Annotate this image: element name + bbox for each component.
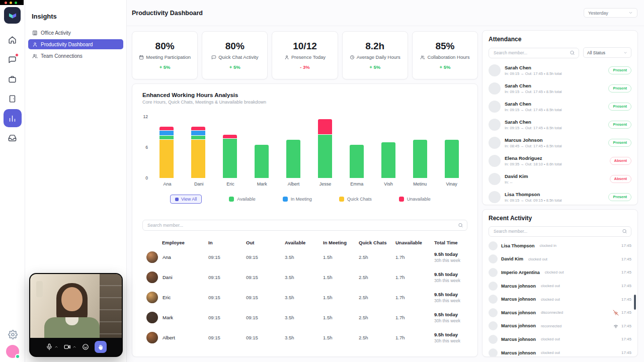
user-avatar[interactable] xyxy=(6,345,19,358)
activity-row[interactable]: Marcus johnsonreconnected17:45 xyxy=(489,319,631,333)
rail-item-inbox[interactable] xyxy=(4,129,22,147)
kpi-delta: + 5% xyxy=(439,64,450,70)
chart-bar-albert xyxy=(286,140,300,178)
camera-button[interactable] xyxy=(64,343,76,350)
activity-row[interactable]: Imperio Argentinaclocked out17:45 xyxy=(489,266,631,280)
period-select[interactable]: Yesterday xyxy=(584,8,637,18)
attendance-row[interactable]: Sarah ChenIn: 09:15 → Out: 17:45 • 8.5h … xyxy=(489,79,631,98)
total-week: 30h this week xyxy=(434,278,467,283)
chart-bar-group xyxy=(341,145,372,178)
attendance-row[interactable]: Marcus JohnsonIn: 08:45 → Out: 17:45 • 8… xyxy=(489,134,631,152)
member-hours-detail: In: 09:15 → Out: 17:45 • 8.5h total xyxy=(505,108,604,112)
kpi-label: Collaboration Hours xyxy=(420,54,469,60)
member-avatar xyxy=(489,191,501,203)
activity-action: clocked out xyxy=(528,257,547,261)
attendance-search-input[interactable] xyxy=(489,48,579,58)
activity-search-input[interactable] xyxy=(489,226,631,237)
content-header: Productivity Dashboard Yesterday xyxy=(127,0,644,26)
activity-action: clocked out xyxy=(541,284,560,288)
attendance-row[interactable]: Lisa ThompsonIn: 09:15 → Out: 09:15 • 8.… xyxy=(489,188,631,206)
close-window-dot[interactable] xyxy=(5,2,7,4)
sidebar-item-team-connections[interactable]: Team Connections xyxy=(28,51,123,61)
total-time-cell: 9.5h today30h this week xyxy=(434,312,467,323)
bar-segment-in-meeting xyxy=(191,131,205,135)
status-filter-select[interactable]: All Status xyxy=(583,47,631,58)
people-icon xyxy=(32,53,38,59)
self-video-preview[interactable] xyxy=(29,273,123,357)
mic-button[interactable] xyxy=(46,343,58,350)
column-header: Employee xyxy=(142,240,208,245)
x-tick-label: Dani xyxy=(183,182,215,187)
search-icon xyxy=(458,223,463,228)
legend-item-available[interactable]: Available xyxy=(229,197,255,202)
window-controls[interactable] xyxy=(0,0,24,5)
activity-row[interactable]: Marcus johnsonclocked out17:45 xyxy=(489,279,631,293)
view-all-button[interactable]: View All xyxy=(170,195,202,204)
rail-item-chat[interactable] xyxy=(4,50,22,68)
activity-row[interactable]: Marcus johnsonclocked out17:45 xyxy=(489,333,631,346)
activity-time: 17:45 xyxy=(621,337,631,341)
employee-avatar xyxy=(146,312,158,323)
kpi-label-text: Presence Today xyxy=(291,54,326,60)
legend-swatch xyxy=(229,197,234,202)
scrollbar-thumb[interactable] xyxy=(634,295,636,310)
recent-activity-title: Recent Activity xyxy=(489,215,631,222)
column-header: Out xyxy=(246,240,285,245)
member-avatar xyxy=(489,321,498,330)
sidebar-item-productivity-dashboard[interactable]: Productivity Dashboard xyxy=(28,39,123,49)
attendance-row[interactable]: Sarah ChenIn: 09:15 → Out: 17:45 • 8.5h … xyxy=(489,116,631,134)
activity-row[interactable]: Lisa Thompsonclocked in17:45 xyxy=(489,239,631,253)
activity-row[interactable]: David Kimclocked out17:45 xyxy=(489,252,631,266)
activity-row[interactable]: Marcus johnsonclocked out17:45 xyxy=(489,293,631,306)
gear-icon[interactable] xyxy=(8,330,18,339)
y-tick-label: 6 xyxy=(145,145,148,150)
activity-time: 17:45 xyxy=(621,297,631,302)
bar-segment-available xyxy=(413,140,427,178)
activity-row[interactable]: Marcus johnsondisconnected17:45 xyxy=(489,306,631,319)
sidebar-item-office-activity[interactable]: Office Activity xyxy=(28,28,123,38)
raise-hand-button[interactable] xyxy=(95,341,107,353)
activity-row[interactable]: Marcus johnsonclocked out17:45 xyxy=(489,346,631,357)
table-row[interactable]: Ana09:1509:153.5h1.5h2.5h1.7h9.5h today3… xyxy=(142,247,467,267)
maximize-window-dot[interactable] xyxy=(15,2,17,4)
member-search-input[interactable] xyxy=(142,220,467,231)
chart-legend: View All AvailableIn MeetingQuick ChatsU… xyxy=(170,195,467,204)
activity-action: clocked in xyxy=(540,243,556,248)
legend-item-in-meeting[interactable]: In Meeting xyxy=(283,197,312,202)
chart-bar-group xyxy=(309,119,341,178)
attendance-card: Attendance All Status Sarah ChenIn: 09:1… xyxy=(482,30,638,205)
emoji-button[interactable] xyxy=(82,343,89,350)
activity-time: 17:45 xyxy=(621,350,631,355)
chart-bars xyxy=(150,117,467,178)
chart-bar-dani xyxy=(191,127,205,178)
rail-item-rooms[interactable] xyxy=(4,89,22,108)
rail-item-briefcase[interactable] xyxy=(4,70,22,88)
member-avatar xyxy=(489,282,498,291)
table-row[interactable]: Eric09:1509:153.5h1.5h2.5h1.7h9.5h today… xyxy=(142,287,467,307)
legend-item-unavailable[interactable]: Unavailable xyxy=(399,197,431,202)
table-row[interactable]: Dani09:1509:153.5h1.5h2.5h1.7h9.5h today… xyxy=(142,267,467,287)
rooms-icon xyxy=(8,95,17,103)
table-row[interactable]: Mark09:1509:153.5h1.5h2.5h1.7h9.5h today… xyxy=(142,307,467,327)
kpi-value: 80% xyxy=(155,41,175,52)
chart-bar-group xyxy=(214,135,246,178)
video-controls xyxy=(30,338,122,356)
column-header: In xyxy=(208,240,246,245)
rail-item-home[interactable] xyxy=(4,31,22,49)
attendance-row[interactable]: Elena RodriguezIn: 09:35 → Out: 18:10 • … xyxy=(489,152,631,170)
app-logo[interactable] xyxy=(4,7,21,24)
bar-segment-available xyxy=(255,145,269,178)
attendance-row[interactable]: Sarah ChenIn: 09:15 → Out: 17:45 • 8.5h … xyxy=(489,61,631,79)
chart-bar-eric xyxy=(223,135,237,178)
attendance-row[interactable]: David KimIn: --Absent xyxy=(489,170,631,188)
attendance-row[interactable]: Sarah ChenIn: 09:15 → Out: 17:45 • 8.5h … xyxy=(489,98,631,116)
table-header: EmployeeInOutAvailableIn MeetingQuick Ch… xyxy=(142,238,467,247)
minimize-window-dot[interactable] xyxy=(10,2,12,4)
table-row[interactable]: Albert09:1509:153.5h1.5h2.5h1.7h9.5h tod… xyxy=(142,327,467,347)
cell-available: 3.5h xyxy=(285,315,323,320)
member-avatar xyxy=(489,155,501,167)
content-area: Productivity Dashboard Yesterday 80%Meet… xyxy=(127,0,644,362)
activity-meta: 17:45 xyxy=(613,323,631,329)
legend-item-quick-chats[interactable]: Quick Chats xyxy=(339,197,372,202)
rail-item-insights[interactable] xyxy=(4,109,22,127)
